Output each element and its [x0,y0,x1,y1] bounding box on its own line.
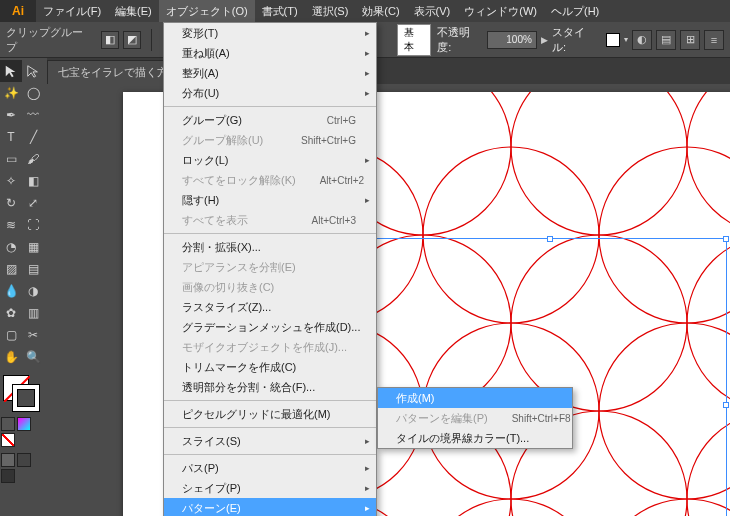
object-menu-item[interactable]: 分布(U) [164,83,376,103]
paintbrush-tool[interactable]: 🖌 [22,148,44,170]
gradient-tool[interactable]: ▤ [22,258,44,280]
pattern-submenu-item: パターンを編集(P)Shift+Ctrl+F8 [378,408,572,428]
selection-bounding-box [373,238,727,516]
gradient-mode-icon[interactable] [17,417,31,431]
color-mode-icon[interactable] [1,417,15,431]
shaper-tool[interactable]: ✧ [0,170,22,192]
object-menu-item[interactable]: トリムマークを作成(C) [164,357,376,377]
object-menu-item[interactable]: ラスタライズ(Z)... [164,297,376,317]
object-menu-item: グループ解除(U)Shift+Ctrl+G [164,130,376,150]
object-menu-item[interactable]: 透明部分を分割・統合(F)... [164,377,376,397]
draw-inside-icon[interactable] [1,469,15,483]
object-menu-item[interactable]: パターン(E) [164,498,376,516]
object-menu-item[interactable]: 分割・拡張(X)... [164,237,376,257]
object-menu-item: アピアランスを分割(E) [164,257,376,277]
style-swatch[interactable] [606,33,620,47]
artboard-tool[interactable]: ▢ [0,324,22,346]
pen-tool[interactable]: ✒ [0,104,22,126]
menu-item-label: 分布(U) [182,86,219,101]
eyedropper-tool[interactable]: 💧 [0,280,22,302]
chevron-down-icon[interactable]: ▾ [624,35,628,44]
free-transform-tool[interactable]: ⛶ [22,214,44,236]
toolbox: ✨ ◯ ✒ 〰 T ╱ ▭ 🖌 ✧ ◧ ↻ ⤢ ≋ ⛶ ◔ ▦ ▨ ▤ 💧 ◑ … [0,58,47,516]
zoom-tool[interactable]: 🔍 [22,346,44,368]
menu-item-label: パス(P) [182,461,219,476]
curvature-tool[interactable]: 〰 [22,104,44,126]
object-menu-item[interactable]: 重ね順(A) [164,43,376,63]
lasso-tool[interactable]: ◯ [22,82,44,104]
isolate-group-icon[interactable]: ◩ [123,31,141,49]
rectangle-tool[interactable]: ▭ [0,148,22,170]
object-menu-item[interactable]: パス(P) [164,458,376,478]
menu-view[interactable]: 表示(V) [407,0,458,22]
preset-basic-button[interactable]: 基本 [397,24,431,56]
object-menu-item: すべてを表示Alt+Ctrl+3 [164,210,376,230]
menu-help[interactable]: ヘルプ(H) [544,0,606,22]
width-tool[interactable]: ≋ [0,214,22,236]
blend-tool[interactable]: ◑ [22,280,44,302]
opacity-label: 不透明度: [437,25,483,55]
menu-type[interactable]: 書式(T) [255,0,305,22]
selection-type-label: クリップグループ [6,25,93,55]
object-menu-item: すべてをロック解除(K)Alt+Ctrl+2 [164,170,376,190]
menu-effect[interactable]: 効果(C) [355,0,406,22]
menu-item-label: タイルの境界線カラー(T)... [396,431,529,446]
menu-item-label: ピクセルグリッドに最適化(M) [182,407,331,422]
menu-edit[interactable]: 編集(E) [108,0,159,22]
canvas-area[interactable] [47,84,730,516]
fill-stroke-control[interactable] [0,372,44,416]
menu-item-label: 重ね順(A) [182,46,230,61]
menu-file[interactable]: ファイル(F) [36,0,108,22]
chevron-right-icon[interactable]: ▶ [541,35,548,45]
pattern-submenu-item[interactable]: タイルの境界線カラー(T)... [378,428,572,448]
menu-item-label: すべてを表示 [182,213,248,228]
draw-behind-icon[interactable] [17,453,31,467]
object-menu-item[interactable]: ピクセルグリッドに最適化(M) [164,404,376,424]
more-icon[interactable]: ≡ [704,30,724,50]
edit-contents-icon[interactable]: ◧ [101,31,119,49]
menu-item-label: 作成(M) [396,391,435,406]
menu-shortcut: Alt+Ctrl+3 [288,215,356,226]
menu-select[interactable]: 選択(S) [305,0,356,22]
menu-object[interactable]: オブジェクト(O) [159,0,255,22]
draw-normal-icon[interactable] [1,453,15,467]
align-icon[interactable]: ▤ [656,30,676,50]
scale-tool[interactable]: ⤢ [22,192,44,214]
rotate-tool[interactable]: ↻ [0,192,22,214]
recolor-icon[interactable]: ◐ [632,30,652,50]
type-tool[interactable]: T [0,126,22,148]
perspective-grid-tool[interactable]: ▦ [22,236,44,258]
direct-selection-tool[interactable] [22,60,44,82]
transform-icon[interactable]: ⊞ [680,30,700,50]
object-menu-item[interactable]: ロック(L) [164,150,376,170]
object-menu-item[interactable]: 整列(A) [164,63,376,83]
svg-point-2 [511,92,687,235]
pattern-submenu-item[interactable]: 作成(M) [378,388,572,408]
column-graph-tool[interactable]: ▥ [22,302,44,324]
none-mode-icon[interactable] [1,433,15,447]
hand-tool[interactable]: ✋ [0,346,22,368]
menu-item-label: モザイクオブジェクトを作成(J)... [182,340,347,355]
opacity-input[interactable] [487,31,537,49]
shape-builder-tool[interactable]: ◔ [0,236,22,258]
object-menu-item[interactable]: スライス(S) [164,431,376,451]
menu-item-label: シェイプ(P) [182,481,241,496]
style-label: スタイル: [552,25,598,55]
symbol-sprayer-tool[interactable]: ✿ [0,302,22,324]
selection-tool[interactable] [0,60,22,82]
magic-wand-tool[interactable]: ✨ [0,82,22,104]
menu-item-label: ラスタライズ(Z)... [182,300,271,315]
slice-tool[interactable]: ✂ [22,324,44,346]
object-menu-item[interactable]: シェイプ(P) [164,478,376,498]
object-menu-item[interactable]: 変形(T) [164,23,376,43]
menu-window[interactable]: ウィンドウ(W) [457,0,544,22]
object-menu-item[interactable]: 隠す(H) [164,190,376,210]
object-menu-item[interactable]: グラデーションメッシュを作成(D)... [164,317,376,337]
object-menu-item[interactable]: グループ(G)Ctrl+G [164,110,376,130]
menu-item-label: 隠す(H) [182,193,219,208]
separator [151,29,152,51]
mesh-tool[interactable]: ▨ [0,258,22,280]
eraser-tool[interactable]: ◧ [22,170,44,192]
line-tool[interactable]: ╱ [22,126,44,148]
menu-item-label: ロック(L) [182,153,228,168]
